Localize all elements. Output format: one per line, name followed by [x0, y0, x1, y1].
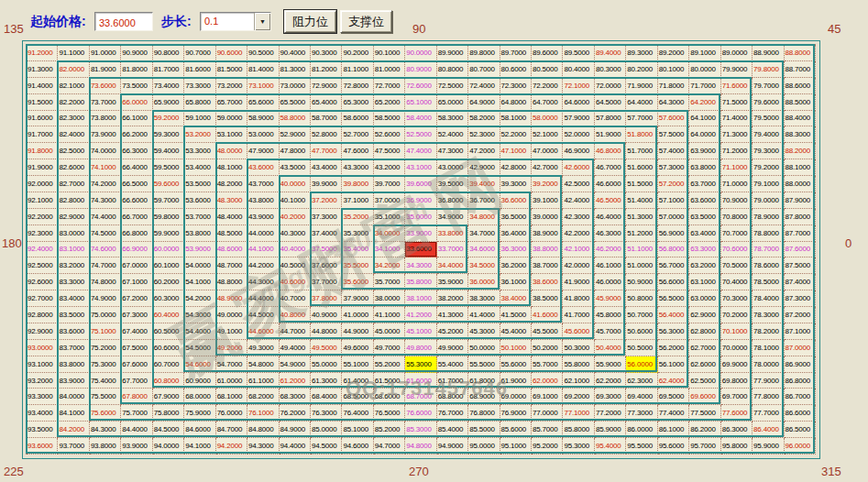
grid-cell[interactable]: 69.2000	[563, 389, 594, 405]
grid-cell[interactable]: 49.3000	[247, 340, 279, 356]
grid-cell[interactable]: 68.3000	[280, 389, 311, 405]
grid-cell[interactable]: 75.2000	[90, 340, 121, 356]
grid-cell[interactable]: 67.2000	[121, 290, 152, 307]
grid-cell[interactable]: 82.9000	[58, 209, 89, 225]
grid-cell[interactable]: 38.0000	[374, 290, 405, 307]
grid-cell[interactable]: 42.0000	[563, 257, 594, 274]
grid-cell[interactable]: 43.3000	[342, 159, 373, 176]
grid-cell[interactable]: 45.7000	[595, 323, 626, 340]
grid-cell[interactable]: 76.7000	[437, 405, 468, 422]
grid-cell[interactable]: 80.9000	[405, 61, 436, 78]
grid-cell[interactable]: 61.8000	[468, 373, 500, 389]
grid-cell[interactable]: 73.7000	[90, 94, 121, 111]
grid-cell[interactable]: 39.3000	[500, 176, 532, 192]
grid-cell[interactable]: 50.8000	[626, 290, 657, 307]
grid-cell[interactable]: 92.7000	[27, 290, 58, 307]
grid-cell[interactable]: 92.9000	[27, 323, 58, 340]
grid-cell[interactable]: 37.4000	[311, 225, 342, 242]
grid-cell[interactable]: 57.1000	[658, 192, 689, 209]
grid-cell[interactable]: 73.6000	[90, 78, 121, 94]
grid-cell[interactable]: 47.2000	[468, 143, 500, 159]
grid-cell[interactable]: 95.8000	[721, 438, 753, 455]
grid-cell[interactable]: 79.8000	[753, 61, 784, 78]
grid-cell[interactable]: 36.3000	[500, 242, 532, 258]
grid-cell[interactable]: 69.4000	[626, 389, 657, 405]
grid-cell[interactable]: 65.9000	[153, 94, 184, 111]
grid-cell[interactable]: 44.0000	[247, 225, 279, 242]
grid-cell[interactable]: 84.2000	[58, 422, 89, 438]
grid-cell[interactable]: 38.9000	[532, 225, 563, 242]
grid-cell[interactable]: 35.9000	[437, 274, 468, 290]
grid-cell[interactable]: 84.9000	[280, 422, 311, 438]
grid-cell[interactable]: 89.4000	[595, 45, 626, 61]
grid-cell[interactable]: 85.8000	[563, 422, 594, 438]
grid-cell[interactable]: 36.8000	[437, 192, 468, 209]
grid-cell[interactable]: 46.0000	[595, 274, 626, 290]
grid-cell[interactable]: 39.4000	[468, 176, 500, 192]
grid-cell[interactable]: 77.3000	[626, 405, 657, 422]
grid-cell[interactable]: 83.6000	[58, 323, 89, 340]
grid-cell[interactable]: 37.3000	[311, 209, 342, 225]
grid-cell[interactable]: 55.5000	[468, 356, 500, 373]
grid-cell[interactable]: 33.7000	[437, 242, 468, 258]
grid-cell[interactable]: 81.4000	[247, 61, 279, 78]
grid-cell[interactable]: 38.6000	[532, 274, 563, 290]
grid-cell[interactable]: 67.6000	[121, 356, 152, 373]
grid-cell[interactable]: 77.5000	[689, 405, 720, 422]
grid-cell[interactable]: 46.8000	[595, 143, 626, 159]
grid-cell[interactable]: 42.4000	[563, 192, 594, 209]
grid-cell[interactable]: 58.6000	[342, 111, 373, 127]
grid-cell[interactable]: 51.7000	[626, 143, 657, 159]
grid-cell[interactable]: 58.4000	[405, 111, 436, 127]
grid-cell[interactable]: 74.0000	[90, 143, 121, 159]
grid-cell[interactable]: 85.7000	[532, 422, 563, 438]
grid-cell[interactable]: 56.5000	[658, 290, 689, 307]
grid-cell[interactable]: 83.2000	[58, 257, 89, 274]
grid-cell[interactable]: 42.5000	[563, 176, 594, 192]
grid-cell[interactable]: 85.2000	[374, 422, 405, 438]
grid-cell[interactable]: 81.7000	[153, 61, 184, 78]
grid-cell[interactable]: 63.5000	[689, 209, 720, 225]
grid-cell[interactable]: 71.2000	[721, 143, 753, 159]
grid-cell[interactable]: 35.2000	[342, 209, 373, 225]
grid-cell[interactable]: 64.6000	[563, 94, 594, 111]
grid-cell[interactable]: 68.7000	[405, 389, 436, 405]
grid-cell[interactable]: 34.7000	[468, 225, 500, 242]
grid-cell[interactable]: 70.7000	[721, 225, 753, 242]
grid-cell[interactable]: 67.1000	[121, 274, 152, 290]
grid-cell[interactable]: 86.7000	[785, 389, 816, 405]
grid-cell[interactable]: 35.6000	[342, 274, 373, 290]
grid-cell[interactable]: 89.8000	[468, 45, 500, 61]
grid-cell[interactable]: 50.2000	[532, 340, 563, 356]
grid-cell[interactable]: 50.0000	[468, 340, 500, 356]
grid-cell[interactable]: 92.3000	[27, 225, 58, 242]
grid-cell[interactable]: 45.1000	[405, 323, 436, 340]
grid-cell[interactable]: 36.4000	[500, 225, 532, 242]
grid-cell[interactable]: 72.1000	[563, 78, 594, 94]
grid-cell[interactable]: 70.2000	[721, 307, 753, 323]
grid-cell[interactable]: 92.0000	[27, 176, 58, 192]
grid-cell[interactable]: 88.1000	[785, 159, 816, 176]
grid-cell[interactable]: 60.4000	[153, 307, 184, 323]
grid-cell[interactable]: 86.3000	[721, 422, 753, 438]
grid-cell[interactable]: 57.6000	[658, 111, 689, 127]
grid-cell[interactable]: 49.6000	[342, 340, 373, 356]
grid-cell[interactable]: 82.8000	[58, 192, 89, 209]
grid-cell[interactable]: 74.5000	[90, 225, 121, 242]
grid-cell[interactable]: 49.7000	[374, 340, 405, 356]
grid-cell[interactable]: 82.7000	[58, 176, 89, 192]
grid-cell[interactable]: 70.8000	[721, 209, 753, 225]
grid-cell[interactable]: 72.9000	[311, 78, 342, 94]
grid-cell[interactable]: 49.5000	[311, 340, 342, 356]
grid-cell[interactable]: 37.2000	[311, 192, 342, 209]
grid-cell[interactable]: 47.5000	[374, 143, 405, 159]
grid-cell[interactable]: 52.0000	[563, 126, 594, 143]
grid-cell[interactable]: 83.0000	[58, 225, 89, 242]
grid-cell[interactable]: 90.7000	[184, 45, 215, 61]
grid-cell[interactable]: 89.0000	[721, 45, 753, 61]
grid-cell[interactable]: 70.9000	[721, 192, 753, 209]
grid-cell[interactable]: 68.2000	[247, 389, 279, 405]
grid-cell[interactable]: 84.4000	[121, 422, 152, 438]
grid-cell[interactable]: 93.3000	[27, 389, 58, 405]
grid-cell[interactable]: 77.0000	[532, 405, 563, 422]
